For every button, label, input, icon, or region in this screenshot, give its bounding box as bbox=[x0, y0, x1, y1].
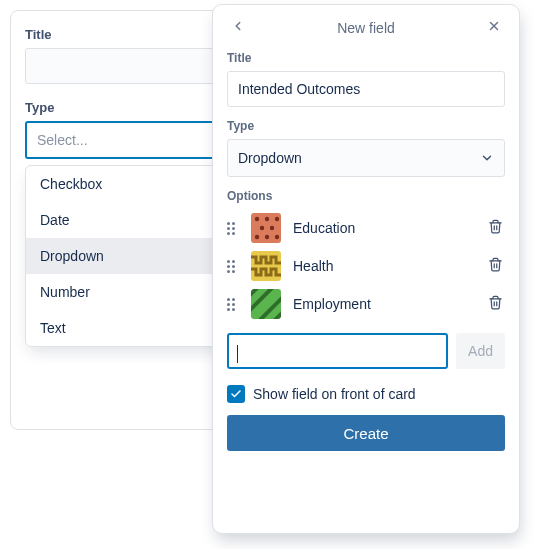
drag-handle-icon[interactable] bbox=[227, 260, 243, 273]
field-title-label: Title bbox=[227, 51, 505, 65]
trash-icon bbox=[488, 295, 503, 314]
svg-point-6 bbox=[260, 226, 264, 230]
options-list: Education Health Employment bbox=[227, 209, 505, 323]
add-option-input[interactable] bbox=[227, 333, 448, 369]
show-on-front-checkbox[interactable] bbox=[227, 385, 245, 403]
svg-point-7 bbox=[270, 226, 274, 230]
option-label: Education bbox=[293, 220, 485, 236]
delete-option-button[interactable] bbox=[485, 218, 505, 238]
delete-option-button[interactable] bbox=[485, 256, 505, 276]
chevron-down-icon bbox=[480, 151, 494, 165]
option-label: Health bbox=[293, 258, 485, 274]
new-field-panel: New field Title Type Dropdown Options Ed… bbox=[212, 4, 520, 534]
field-type-value: Dropdown bbox=[238, 150, 302, 166]
create-button[interactable]: Create bbox=[227, 415, 505, 451]
svg-point-5 bbox=[275, 217, 279, 221]
field-type-label: Type bbox=[227, 119, 505, 133]
drag-handle-icon[interactable] bbox=[227, 298, 243, 311]
add-option-button[interactable]: Add bbox=[456, 333, 505, 369]
show-on-front-label: Show field on front of card bbox=[253, 386, 416, 402]
svg-point-8 bbox=[255, 235, 259, 239]
color-swatch[interactable] bbox=[251, 213, 281, 243]
svg-point-9 bbox=[265, 235, 269, 239]
field-title-input[interactable] bbox=[227, 71, 505, 107]
option-label: Employment bbox=[293, 296, 485, 312]
drag-handle-icon[interactable] bbox=[227, 222, 243, 235]
trash-icon bbox=[488, 257, 503, 276]
trash-icon bbox=[488, 219, 503, 238]
close-button[interactable] bbox=[483, 17, 505, 39]
panel-title: New field bbox=[337, 20, 395, 36]
svg-point-3 bbox=[255, 217, 259, 221]
close-icon bbox=[487, 19, 501, 37]
delete-option-button[interactable] bbox=[485, 294, 505, 314]
svg-point-4 bbox=[265, 217, 269, 221]
back-button[interactable] bbox=[227, 17, 249, 39]
field-type-select[interactable]: Dropdown bbox=[227, 139, 505, 177]
color-swatch[interactable] bbox=[251, 289, 281, 319]
svg-point-10 bbox=[275, 235, 279, 239]
color-swatch[interactable] bbox=[251, 251, 281, 281]
type-select-placeholder: Select... bbox=[37, 132, 88, 148]
option-row: Health bbox=[227, 247, 505, 285]
option-row: Employment bbox=[227, 285, 505, 323]
chevron-left-icon bbox=[231, 19, 245, 37]
option-row: Education bbox=[227, 209, 505, 247]
panel-header: New field bbox=[227, 17, 505, 39]
options-label: Options bbox=[227, 189, 505, 203]
show-on-front-row: Show field on front of card bbox=[227, 385, 505, 403]
add-option-row: Add bbox=[227, 333, 505, 369]
